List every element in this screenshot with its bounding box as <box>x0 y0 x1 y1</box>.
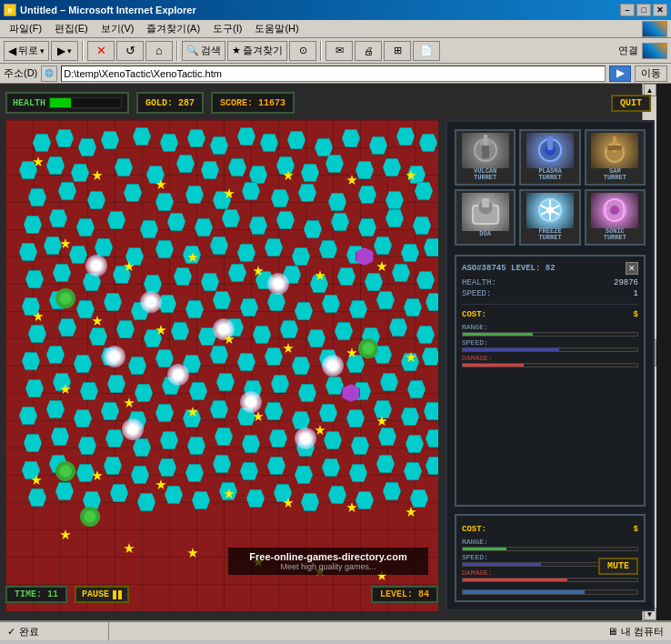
stop-button[interactable]: ✕ <box>87 41 115 61</box>
gold-star <box>155 479 166 490</box>
refresh-button[interactable]: ↺ <box>116 41 144 61</box>
menu-tools[interactable]: 도구(I) <box>207 21 247 36</box>
range-bar-row: RANGE: <box>462 323 638 337</box>
address-input[interactable] <box>61 65 606 82</box>
address-arrow[interactable]: ▶ <box>609 65 631 82</box>
enemy-unit <box>133 127 151 146</box>
history-button[interactable]: ⊙ <box>289 41 316 61</box>
vulcan-turret-label: VULCANTURRET <box>474 168 496 182</box>
enemy-unit <box>155 404 174 422</box>
misc-button[interactable]: 📄 <box>413 41 440 61</box>
enemy-unit <box>376 455 395 473</box>
enemy-unit <box>210 136 228 155</box>
enemy-unit <box>295 302 313 320</box>
svg-rect-9 <box>607 146 622 150</box>
enemy-unit <box>25 379 44 397</box>
menu-file[interactable]: 파일(F) <box>4 21 47 36</box>
forward-button[interactable]: ▶ ▾ <box>51 41 78 61</box>
plasma-turret-card[interactable]: PLASMATURRET <box>519 129 580 186</box>
mail-button[interactable]: ✉ <box>325 41 353 61</box>
enemy-unit <box>242 182 260 200</box>
sam-turret-card[interactable]: SAMTURRET <box>585 129 646 186</box>
enemy-unit <box>125 247 144 266</box>
menu-help[interactable]: 도움말(H) <box>249 21 304 36</box>
enemy-unit <box>53 264 71 282</box>
enemy-unit <box>298 184 316 202</box>
enemy-unit <box>249 216 267 235</box>
back-button[interactable]: ◀ 뒤로 ▾ <box>4 41 49 61</box>
menu-view[interactable]: 보기(V) <box>95 21 140 36</box>
maximize-button[interactable]: □ <box>636 4 651 16</box>
upgrade-bar-fill <box>463 590 585 594</box>
enemy-unit <box>201 273 219 291</box>
enemy-unit <box>298 384 316 402</box>
level-display: LEVEL: 84 <box>371 586 438 603</box>
enemy-unit <box>358 186 376 204</box>
enemy-unit <box>328 486 346 504</box>
enemy-unit <box>356 161 374 179</box>
enemy-unit <box>426 429 438 448</box>
window-icon: e <box>4 4 16 16</box>
enemy-unit <box>407 380 426 398</box>
mute-button[interactable]: MUTE <box>598 558 638 575</box>
info-close-button[interactable]: ✕ <box>626 262 638 275</box>
enemy-unit <box>374 236 392 255</box>
print-button[interactable]: 🖨 <box>355 41 382 61</box>
enemy-unit <box>325 155 344 173</box>
favorites-button[interactable]: ★ 즐겨찾기 <box>227 41 287 61</box>
search-button[interactable]: 🔍 검색 <box>182 41 225 61</box>
pause-button[interactable]: PAUSE <box>75 586 129 603</box>
enemy-unit <box>351 437 369 455</box>
damage-label-2: DAMAGE: <box>462 569 493 577</box>
enemy-unit <box>49 209 67 227</box>
enemy-unit <box>269 429 287 448</box>
freeze-turret-label: FREEZETURRET <box>538 228 561 242</box>
quit-button[interactable]: QUIT <box>611 95 651 112</box>
gold-star <box>187 548 198 558</box>
gold-star <box>124 397 135 408</box>
vulcan-turret-card[interactable]: VULCANTURRET <box>455 129 516 186</box>
enemy-unit <box>415 182 433 200</box>
address-dropdown[interactable]: 🌐 <box>41 65 57 82</box>
enemy-unit <box>74 355 92 373</box>
enemy-unit <box>265 347 283 366</box>
enemy-unit <box>46 400 65 418</box>
game-canvas[interactable] <box>5 120 438 611</box>
enemy-unit <box>19 161 37 179</box>
green-unit <box>80 507 100 527</box>
home-button[interactable]: ⌂ <box>145 41 173 61</box>
status-icon: ✓ <box>7 626 15 638</box>
damage-bar-row: DAMAGE: <box>462 354 638 367</box>
enemy-unit <box>28 188 46 206</box>
enemy-unit <box>265 402 283 420</box>
explosion <box>104 346 125 367</box>
menu-edit[interactable]: 편집(E) <box>49 21 94 36</box>
enemy-unit <box>155 240 174 258</box>
svg-point-17 <box>546 206 554 214</box>
range-bar <box>462 332 638 337</box>
health-label: HEALTH <box>13 98 45 108</box>
doa-turret-card[interactable]: DOA <box>455 189 516 246</box>
freeze-turret-card[interactable]: FREEZETURRET <box>519 189 580 246</box>
enemy-unit <box>292 411 310 429</box>
gold-star <box>60 529 71 540</box>
enemy-unit <box>160 134 178 152</box>
icon-button[interactable]: ⊞ <box>384 41 411 61</box>
menu-favorites[interactable]: 즐겨찾기(A) <box>141 21 205 36</box>
svg-rect-3 <box>484 135 487 146</box>
enemy-info-panel: ASO#38745 LEVEL: 82 ✕ HEALTH: 29876 SPEE… <box>455 255 646 507</box>
go-button[interactable]: 이동 <box>635 65 667 82</box>
toolbar: ◀ 뒤로 ▾ ▶ ▾ ✕ ↺ ⌂ 🔍 검색 ★ 즐겨찾기 ⊙ ✉ 🖨 ⊞ 📄 연… <box>0 38 671 64</box>
enemy-unit <box>319 240 337 258</box>
minimize-button[interactable]: – <box>620 4 635 16</box>
sonic-turret-card[interactable]: SONICTURRET <box>585 189 646 246</box>
gold-star <box>346 175 357 186</box>
explosion <box>85 255 107 277</box>
close-button[interactable]: ✕ <box>653 4 667 16</box>
enemy-unit <box>222 209 240 227</box>
game-area[interactable]: ▲ ▼ HEALTH GOLD: 287 SCORE: 11673 QUIT <box>0 84 656 620</box>
enemy-unit <box>416 271 435 289</box>
explosion <box>240 391 262 413</box>
enemy-unit <box>292 247 310 266</box>
range-fill <box>463 333 533 336</box>
